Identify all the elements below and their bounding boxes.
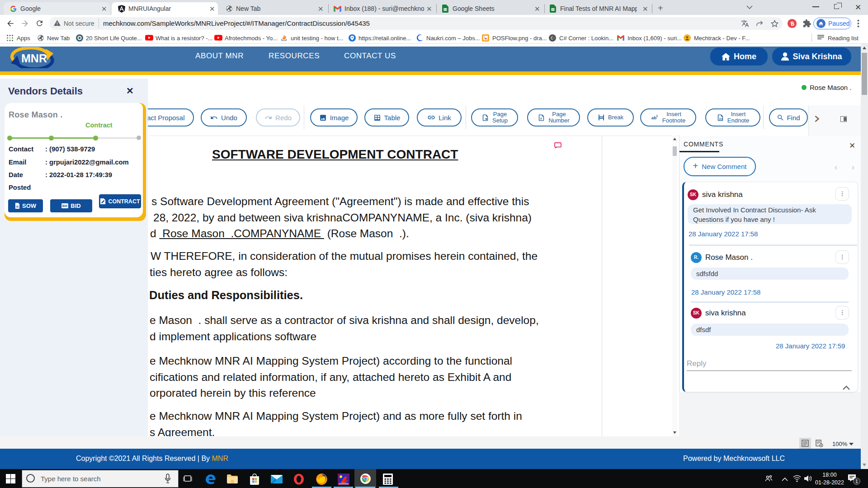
svg-text:$: $: [62, 204, 64, 208]
svg-text:[ii]: [ii]: [719, 117, 722, 120]
